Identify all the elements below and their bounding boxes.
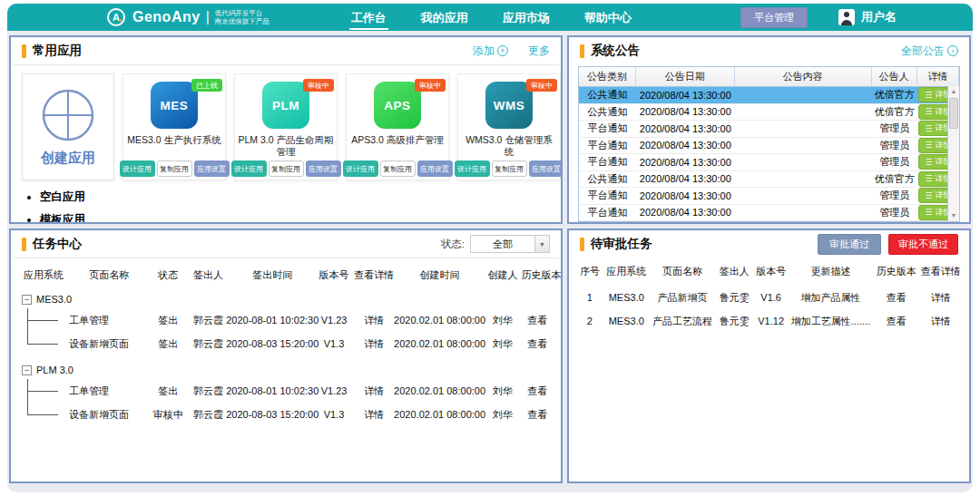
announcement-content — [735, 154, 872, 171]
detail-link[interactable]: 详情 — [353, 308, 396, 332]
status: 签出 — [150, 308, 187, 332]
nav-item-app-market[interactable]: 应用市场 — [501, 4, 552, 31]
app-card-aps[interactable]: 审核中 APS APS3.0 高级排产管理 设计应用 复制应用 应用设置 — [346, 73, 449, 180]
copy-app-button[interactable]: 复制应用 — [269, 160, 304, 177]
brand-logo: A GenoAny | 低代码开发平台 南京优倍旗下产品 — [107, 8, 270, 26]
column-header: 应用系统 — [18, 262, 69, 290]
announcement-publisher: 管理员 — [872, 205, 917, 222]
announcement-publisher: 管理员 — [872, 138, 917, 155]
app-card-wms[interactable]: 审核中 WMS WMS3.0 仓储管理系统 设计应用 复制应用 应用设置 — [457, 73, 561, 180]
copy-app-button[interactable]: 复制应用 — [380, 160, 416, 177]
history-link[interactable]: 查看 — [522, 403, 554, 426]
created-time: 2020.02.01 08:00:00 — [396, 332, 484, 355]
update-description: 增加工艺属性....... — [789, 309, 874, 333]
announcement-content — [735, 121, 872, 138]
copy-app-button[interactable]: 复制应用 — [157, 160, 192, 177]
scroll-down-icon[interactable]: ▼ — [948, 210, 959, 221]
app-settings-button[interactable]: 应用设置 — [306, 160, 341, 177]
chevron-down-icon: ▼ — [534, 236, 549, 252]
user-menu[interactable]: 用户名 — [838, 9, 897, 25]
announcement-type: 公共通知 — [579, 87, 636, 104]
checkout-by: 郭云霞 — [187, 379, 230, 403]
app-settings-button[interactable]: 应用设置 — [529, 160, 564, 177]
created-time: 2020.02.01 08:00:00 — [396, 308, 484, 332]
copy-app-button[interactable]: 复制应用 — [492, 160, 527, 177]
announcement-type: 平台通知 — [579, 154, 636, 171]
nav-item-workbench[interactable]: 工作台 — [349, 4, 388, 31]
announcement-date: 2020/08/04 13:30:00 — [636, 188, 735, 205]
detail-link[interactable]: 详情 — [919, 286, 962, 309]
status: 签出 — [150, 332, 187, 355]
design-app-button[interactable]: 设计应用 — [343, 160, 378, 177]
collapse-icon[interactable]: − — [22, 365, 32, 375]
detail-link[interactable]: 详情 — [353, 332, 396, 355]
collapse-icon[interactable]: − — [22, 295, 32, 305]
detail-link[interactable]: 详情 — [353, 403, 396, 426]
announcement-publisher: 管理员 — [872, 154, 917, 171]
announcement-publisher: 管理员 — [872, 121, 917, 138]
blank-app-option[interactable]: 空白应用 — [40, 190, 114, 205]
top-header-bar: A GenoAny | 低代码开发平台 南京优倍旗下产品 工作台 我的应用 应用… — [7, 4, 973, 31]
tree-cell — [18, 308, 69, 332]
nav-item-help-center[interactable]: 帮助中心 — [583, 4, 633, 31]
detail-link[interactable]: 详情 — [919, 309, 962, 333]
app-card-mes[interactable]: 已上线 MES MES3.0 生产执行系统 设计应用 复制应用 应用设置 — [122, 73, 226, 180]
scrollbar-thumb[interactable] — [949, 98, 958, 129]
scrollbar[interactable]: ▲ ▼ — [947, 86, 959, 221]
main-nav: 工作台 我的应用 应用市场 帮助中心 — [349, 4, 633, 31]
tree-group-row[interactable]: − MES3.0 — [18, 290, 554, 308]
status-badge: 已上线 — [191, 79, 222, 92]
design-app-button[interactable]: 设计应用 — [120, 160, 155, 177]
announcement-date: 2020/08/04 13:30:00 — [636, 104, 735, 122]
row-number: 1 — [576, 286, 603, 309]
app-name: MES3.0 生产执行系统 — [124, 134, 223, 159]
history-link[interactable]: 查看 — [522, 308, 554, 332]
design-app-button[interactable]: 设计应用 — [231, 160, 267, 177]
scroll-up-icon[interactable]: ▲ — [948, 86, 959, 97]
checkout-by: 郭云霞 — [187, 308, 230, 332]
column-header: 查看详情 — [353, 262, 396, 290]
detail-link[interactable]: 详情 — [353, 379, 396, 403]
history-link[interactable]: 查看 — [873, 309, 919, 333]
status-badge: 审核中 — [415, 79, 446, 92]
list-icon: ☰ — [925, 158, 932, 167]
design-app-button[interactable]: 设计应用 — [455, 160, 490, 177]
app-name: APS3.0 高级排产管理 — [348, 134, 446, 159]
announcement-date: 2020/08/04 13:30:00 — [636, 121, 735, 138]
list-icon: ☰ — [925, 107, 932, 116]
add-app-link[interactable]: 添加+ — [473, 44, 508, 59]
approve-button[interactable]: 审批通过 — [818, 234, 881, 255]
all-announcements-link[interactable]: 全部公告› — [901, 44, 958, 59]
status: 审核中 — [150, 403, 187, 426]
panel-accent — [580, 238, 584, 251]
platform-admin-button[interactable]: 平台管理 — [740, 7, 808, 28]
app-name: WMS3.0 仓储管理系统 — [458, 134, 560, 159]
announcement-content — [735, 138, 872, 155]
status-filter-label: 状态: — [441, 238, 465, 251]
more-apps-link[interactable]: 更多 — [528, 44, 550, 59]
app-window: A GenoAny | 低代码开发平台 南京优倍旗下产品 工作台 我的应用 应用… — [7, 4, 973, 492]
status-badge: 审核中 — [526, 79, 557, 92]
status-filter-select[interactable]: 全部 ▼ — [470, 235, 550, 253]
tree-cell — [18, 379, 69, 403]
announcement-type: 平台通知 — [579, 138, 636, 155]
page-name: 设备新增页面 — [69, 332, 150, 355]
create-app-card[interactable]: 创建应用 — [22, 73, 114, 180]
tree-group-row[interactable]: − PLM 3.0 — [18, 361, 554, 379]
column-header: 查看详情 — [919, 259, 962, 286]
app-settings-button[interactable]: 应用设置 — [417, 160, 453, 177]
history-link[interactable]: 查看 — [522, 379, 554, 403]
app-card-plm[interactable]: 审核中 PLM PLM 3.0 产品生命周期管理 设计应用 复制应用 应用设置 — [234, 73, 338, 180]
history-link[interactable]: 查看 — [522, 332, 554, 355]
app-settings-button[interactable]: 应用设置 — [194, 160, 230, 177]
nav-item-my-apps[interactable]: 我的应用 — [419, 4, 470, 31]
column-header: 版本号 — [315, 262, 352, 290]
create-app-plus-circle-icon — [41, 88, 95, 142]
list-icon: ☰ — [925, 174, 932, 183]
reject-button[interactable]: 审批不通过 — [888, 234, 958, 255]
version: V1.23 — [315, 308, 352, 332]
template-app-option[interactable]: 模板应用 — [40, 212, 114, 224]
announcement-type: 平台通知 — [579, 205, 636, 222]
panel-title-task-center: 任务中心 — [33, 236, 82, 252]
history-link[interactable]: 查看 — [873, 286, 919, 309]
